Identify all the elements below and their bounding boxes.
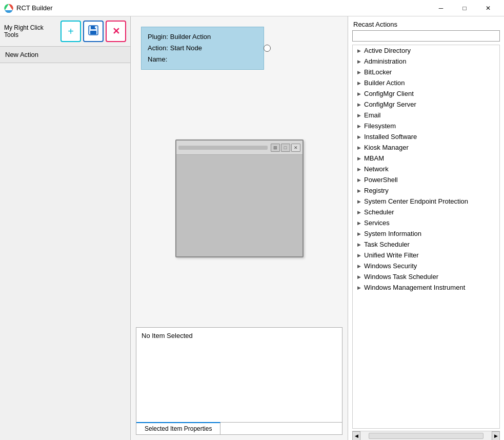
app-icon [4,4,13,13]
recast-list-item[interactable]: ▶Builder Action [353,77,499,88]
expand-arrow-icon: ▶ [356,69,362,75]
selected-item-properties-tab[interactable]: Selected Item Properties [136,422,220,434]
recast-list-item[interactable]: ▶Kiosk Manager [353,142,499,153]
svg-rect-4 [90,31,96,34]
win-ctrl-maximize[interactable]: □ [281,144,290,152]
cancel-icon: ✕ [112,26,120,37]
scroll-right-button[interactable]: ▶ [492,431,500,441]
properties-content: No Item Selected [136,328,342,422]
save-icon [88,25,99,38]
window-mockup-body [176,155,303,256]
expand-arrow-icon: ▶ [356,209,362,215]
expand-arrow-icon: ▶ [356,145,362,151]
window-mockup-titlebar: ⊞ □ ✕ [176,141,303,155]
left-panel: My Right Click Tools + ✕ New Action [0,16,131,440]
add-button[interactable]: + [61,21,81,42]
no-item-selected-text: No Item Selected [142,332,193,339]
expand-arrow-icon: ▶ [356,91,362,97]
save-button[interactable] [83,21,104,42]
plugin-info-box: Plugin: Builder Action Action: Start Nod… [141,27,264,70]
svg-point-1 [7,7,10,10]
recast-item-label: Services [364,219,390,227]
recast-list-item[interactable]: ▶System Center Endpoint Protection [353,196,499,207]
new-action-label: New Action [0,47,130,63]
recast-item-label: ConfigMgr Client [364,90,414,97]
right-panel: Recast Actions ▶Active Directory▶Adminis… [348,16,504,440]
recast-list-item[interactable]: ▶BitLocker [353,67,499,77]
action-value: Start Node [170,43,202,54]
win-title-spacer [178,146,268,150]
recast-list-item[interactable]: ▶Services [353,217,499,228]
expand-arrow-icon: ▶ [356,48,362,54]
expand-arrow-icon: ▶ [356,155,362,162]
expand-arrow-icon: ▶ [356,80,362,86]
recast-list-item[interactable]: ▶Filesystem [353,121,499,131]
recast-list-item[interactable]: ▶Windows Security [353,261,499,271]
cancel-button[interactable]: ✕ [106,21,126,42]
recast-list-item[interactable]: ▶Scheduler [353,207,499,217]
horizontal-scrollbar: ◀ ▶ [352,431,500,440]
scroll-left-button[interactable]: ◀ [352,431,360,441]
recast-item-label: Network [364,165,389,173]
recast-item-label: System Information [364,230,421,237]
recast-list-item[interactable]: ▶ConfigMgr Client [353,88,499,99]
recast-list-item[interactable]: ▶MBAM [353,153,499,164]
add-icon: + [68,26,74,37]
svg-rect-5 [95,26,96,28]
recast-item-label: BitLocker [364,68,392,76]
toolbar-label: My Right Click Tools [4,24,56,38]
recast-list-item[interactable]: ▶Network [353,164,499,174]
recast-item-label: Administration [364,57,406,65]
expand-arrow-icon: ▶ [356,285,362,291]
recast-list-item[interactable]: ▶ConfigMgr Server [353,99,499,110]
recast-list-item[interactable]: ▶Windows Management Instrument [353,282,499,293]
recast-list-item[interactable]: ▶System Information [353,228,499,239]
minimize-button[interactable]: ─ [429,0,453,16]
main-content: My Right Click Tools + ✕ New Action [0,16,504,440]
recast-list-item[interactable]: ▶Administration [353,56,499,67]
expand-arrow-icon: ▶ [356,58,362,65]
recast-list-item[interactable]: ▶PowerShell [353,174,499,185]
recast-item-label: Registry [364,187,389,194]
window-mockup: ⊞ □ ✕ [175,139,304,257]
recast-list-item[interactable]: ▶Registry [353,185,499,196]
recast-item-label: Installed Software [364,133,417,141]
expand-arrow-icon: ▶ [356,123,362,129]
recast-list-item[interactable]: ▶Unified Write Filter [353,250,499,261]
expand-arrow-icon: ▶ [356,134,362,140]
win-ctrl-resize[interactable]: ⊞ [271,144,280,152]
expand-arrow-icon: ▶ [356,274,362,280]
expand-arrow-icon: ▶ [356,177,362,183]
plugin-label: Plugin: [148,31,168,43]
recast-list[interactable]: ▶Active Directory▶Administration▶BitLock… [352,45,500,429]
close-button[interactable]: ✕ [476,0,500,16]
recast-item-label: Builder Action [364,79,405,87]
recast-search [352,30,500,42]
recast-item-label: PowerShell [364,176,398,184]
recast-list-item[interactable]: ▶Email [353,110,499,121]
expand-arrow-icon: ▶ [356,263,362,269]
expand-arrow-icon: ▶ [356,112,362,118]
expand-arrow-icon: ▶ [356,252,362,258]
recast-item-label: System Center Endpoint Protection [364,197,468,205]
canvas-area: ⊞ □ ✕ [131,70,348,327]
win-ctrl-close[interactable]: ✕ [291,144,300,152]
maximize-button[interactable]: □ [453,0,476,16]
recast-header: Recast Actions [348,16,504,30]
action-label: Action: [148,43,168,54]
recast-item-label: MBAM [364,154,384,162]
expand-arrow-icon: ▶ [356,231,362,237]
center-panel: Plugin: Builder Action Action: Start Nod… [131,16,348,440]
recast-search-input[interactable] [352,30,500,42]
name-label: Name: [148,54,167,65]
recast-item-label: Task Scheduler [364,241,410,248]
properties-tab-row: Selected Item Properties [136,422,342,434]
plugin-value: Builder Action [170,31,211,43]
expand-arrow-icon: ▶ [356,242,362,248]
recast-list-item[interactable]: ▶Task Scheduler [353,239,499,250]
recast-list-item[interactable]: ▶Installed Software [353,131,499,142]
recast-list-item[interactable]: ▶Windows Task Scheduler [353,271,499,282]
toolbar: My Right Click Tools + ✕ [0,16,130,47]
recast-list-item[interactable]: ▶Active Directory [353,45,499,56]
recast-item-label: Windows Security [364,262,417,270]
